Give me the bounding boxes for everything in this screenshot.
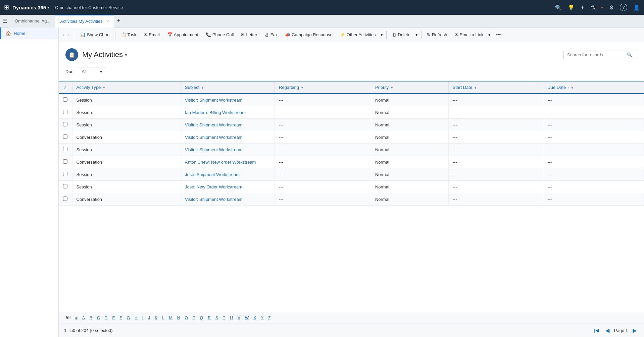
alpha-nav-e-button[interactable]: E: [111, 315, 116, 321]
alpha-nav-a-button[interactable]: A: [81, 315, 86, 321]
col-check-header[interactable]: ✓: [59, 81, 72, 94]
search-icon[interactable]: 🔍: [627, 52, 632, 57]
col-start-date-header[interactable]: Start Date ▼: [448, 81, 543, 94]
show-chart-button[interactable]: 📊 Show Chart: [77, 31, 113, 39]
row-subject[interactable]: Visitor: Shipment Workstream: [181, 144, 275, 156]
alpha-nav-f-button[interactable]: F: [118, 315, 123, 321]
row-checkbox-cell[interactable]: [59, 193, 72, 206]
alpha-nav-j-button[interactable]: J: [147, 315, 151, 321]
user-icon[interactable]: 👤: [633, 4, 640, 11]
alpha-nav-y-button[interactable]: Y: [259, 315, 265, 321]
alpha-nav-q-button[interactable]: Q: [199, 315, 204, 321]
table-row[interactable]: Session Ian Madera: Billing Workstream -…: [59, 106, 644, 119]
alpha-nav-p-button[interactable]: P: [191, 315, 197, 321]
row-checkbox-cell[interactable]: [59, 131, 72, 144]
row-checkbox-cell[interactable]: [59, 168, 72, 181]
help-icon[interactable]: ?: [620, 4, 627, 11]
row-checkbox-cell[interactable]: [59, 144, 72, 156]
app-grid-icon[interactable]: ⊞: [4, 4, 9, 11]
app-name[interactable]: Dynamics 365 ▾: [12, 5, 49, 10]
col-start-date-filter-icon[interactable]: ▼: [474, 86, 477, 90]
alpha-nav-h-button[interactable]: H: [133, 315, 139, 321]
row-subject[interactable]: Visitor: Shipment Workstream: [181, 94, 275, 106]
alpha-nav-z-button[interactable]: Z: [267, 315, 272, 321]
row-checkbox-cell[interactable]: [59, 106, 72, 119]
sidebar-item-home[interactable]: 🏠 Home: [0, 27, 58, 39]
col-due-date-header[interactable]: Due Date ↑ ▼: [543, 81, 644, 94]
table-row[interactable]: Session Jose: New Order Workstream --- N…: [59, 181, 644, 193]
pagination-first-button[interactable]: |◀: [592, 327, 601, 334]
pagination-prev-button[interactable]: ◀: [603, 327, 611, 334]
table-row[interactable]: Session Visitor: Shipment Workstream ---…: [59, 144, 644, 156]
campaign-response-button[interactable]: 📣 Campaign Response: [282, 31, 336, 39]
alpha-nav-o-button[interactable]: O: [184, 315, 189, 321]
plus-icon[interactable]: +: [581, 4, 584, 11]
col-regarding-filter-icon[interactable]: ▼: [300, 86, 304, 90]
due-filter-select[interactable]: All ▾: [78, 67, 106, 76]
table-row[interactable]: Conversation Visitor: Shipment Workstrea…: [59, 193, 644, 206]
delete-button[interactable]: 🗑 Delete: [389, 31, 414, 39]
search-box[interactable]: 🔍: [563, 51, 637, 59]
row-checkbox-cell[interactable]: [59, 119, 72, 131]
add-tab-icon[interactable]: +: [114, 17, 123, 24]
tab-close-icon[interactable]: ✕: [106, 19, 109, 23]
pagination-next-button[interactable]: ▶: [631, 327, 639, 334]
col-regarding-header[interactable]: Regarding ▼: [275, 81, 371, 94]
row-checkbox-cell[interactable]: [59, 181, 72, 193]
col-priority-filter-icon[interactable]: ▼: [390, 86, 394, 90]
alpha-nav-b-button[interactable]: B: [88, 315, 94, 321]
alpha-nav-l-button[interactable]: L: [161, 315, 166, 321]
filter-icon[interactable]: ⚗: [590, 4, 595, 11]
select-all-checkbox[interactable]: ✓: [63, 85, 67, 90]
alpha-nav-all-button[interactable]: All: [64, 315, 72, 321]
email-link-dropdown-button[interactable]: ▾: [487, 31, 492, 39]
alpha-nav-r-button[interactable]: R: [206, 315, 212, 321]
alpha-nav-c-button[interactable]: C: [96, 315, 101, 321]
col-priority-header[interactable]: Priority ▼: [371, 81, 448, 94]
search-icon[interactable]: 🔍: [555, 4, 562, 11]
alpha-nav-m-button[interactable]: M: [168, 315, 174, 321]
email-link-button[interactable]: ✉ Email a Link: [451, 31, 487, 39]
col-subject-header[interactable]: Subject ▼: [181, 81, 275, 94]
tab-omnichannel[interactable]: Omnichannel Ag...: [10, 15, 55, 27]
col-due-date-sort-icon[interactable]: ↑: [567, 86, 569, 90]
row-subject[interactable]: Jose: Shipment Workstream: [181, 168, 275, 181]
alpha-nav-v-button[interactable]: V: [236, 315, 242, 321]
alpha-nav-i-button[interactable]: I: [141, 315, 145, 321]
alpha-nav-g-button[interactable]: G: [126, 315, 131, 321]
row-checkbox[interactable]: [63, 196, 67, 201]
row-checkbox[interactable]: [63, 110, 67, 114]
forward-button[interactable]: ›: [66, 31, 71, 39]
search-input[interactable]: [567, 52, 624, 57]
other-activities-button[interactable]: ⚡ Other Activities: [337, 31, 379, 39]
table-row[interactable]: Conversation Anton Chew: New order Works…: [59, 156, 644, 168]
row-subject[interactable]: Visitor: Shipment Workstream: [181, 131, 275, 144]
row-subject[interactable]: Visitor: Shipment Workstream: [181, 119, 275, 131]
row-checkbox[interactable]: [63, 122, 67, 126]
lightbulb-icon[interactable]: 💡: [568, 4, 575, 11]
letter-button[interactable]: ✉ Letter: [238, 31, 260, 39]
alpha-nav-w-button[interactable]: W: [244, 315, 250, 321]
delete-dropdown-button[interactable]: ▾: [414, 31, 419, 39]
col-activity-type-filter-icon[interactable]: ▼: [102, 86, 106, 90]
hamburger-icon[interactable]: ☰: [3, 18, 7, 24]
email-button[interactable]: ✉ Email: [140, 31, 163, 39]
tab-activities[interactable]: Activities My Activities ✕: [55, 15, 114, 27]
row-checkbox[interactable]: [63, 184, 67, 188]
row-subject[interactable]: Visitor: Shipment Workstream: [181, 193, 275, 206]
row-subject[interactable]: Anton Chew: New order Workstream: [181, 156, 275, 168]
gear-icon[interactable]: ⚙: [609, 4, 614, 11]
alpha-nav-n-button[interactable]: N: [176, 315, 182, 321]
alpha-nav-d-button[interactable]: D: [103, 315, 109, 321]
refresh-button[interactable]: ↻ Refresh: [424, 31, 451, 39]
row-subject[interactable]: Ian Madera: Billing Workstream: [181, 106, 275, 119]
row-subject[interactable]: Jose: New Order Workstream: [181, 181, 275, 193]
table-row[interactable]: Session Visitor: Shipment Workstream ---…: [59, 94, 644, 106]
alpha-nav-#-button[interactable]: #: [74, 315, 79, 321]
row-checkbox[interactable]: [63, 159, 67, 164]
table-row[interactable]: Session Visitor: Shipment Workstream ---…: [59, 119, 644, 131]
other-activities-dropdown-button[interactable]: ▾: [379, 31, 384, 39]
row-checkbox-cell[interactable]: [59, 156, 72, 168]
page-title-chevron-icon[interactable]: ▾: [125, 52, 127, 57]
row-checkbox[interactable]: [63, 147, 67, 151]
